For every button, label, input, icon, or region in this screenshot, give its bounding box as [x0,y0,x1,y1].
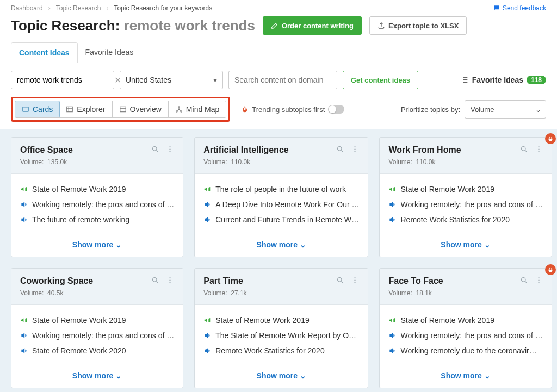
svg-point-3 [178,107,180,108]
card-menu-icon[interactable] [166,145,174,153]
headline-row[interactable]: Remote Work Statistics for 2020 [203,343,359,358]
card-search-icon[interactable] [520,276,528,284]
country-select[interactable]: United States ▾ [120,71,223,89]
headline-row[interactable]: Working remotely: the pros and cons of … [388,197,542,212]
svg-point-25 [355,282,356,283]
headline-row[interactable]: State of Remote Work 2019 [388,313,542,328]
chevron-down-icon: ⌄ [300,371,306,380]
headline-row[interactable]: State of Remote Work 2019 [388,182,542,197]
card-menu-icon[interactable] [166,276,174,284]
favorite-ideas-link[interactable]: Favorite Ideas 118 [460,76,546,84]
svg-point-14 [521,147,525,151]
card-search-icon[interactable] [151,276,159,284]
crumb-dashboard[interactable]: Dashboard [11,4,43,12]
headline-text: Remote Work Statistics for 2020 [215,346,359,355]
sitemap-icon [175,105,183,113]
headline-row[interactable]: Working remotely: the pros and cons of … [388,328,542,343]
headline-row[interactable]: The role of people in the future of work [203,182,359,197]
card-menu-icon[interactable] [535,276,543,284]
megaphone-icon [203,185,211,193]
order-content-button[interactable]: Order content writing [263,16,362,35]
prioritize-select[interactable]: Volume ⌄ [465,100,546,119]
view-mind-map[interactable]: Mind Map [169,101,226,117]
headline-text: The State of Remote Work Report by O… [215,331,359,340]
show-more-link[interactable]: Show more ⌄ [195,235,368,257]
headline-row[interactable]: Working remotely: the pros and cons of … [20,197,174,212]
headline-text: Working remotely: the pros and cons of … [32,331,174,340]
view-explorer[interactable]: Explorer [59,101,112,117]
chevron-down-icon: ⌄ [115,240,122,249]
card-title: Part Time [203,276,336,286]
view-cards[interactable]: Cards [15,101,60,118]
edit-icon [271,22,278,29]
megaphone-icon [203,316,211,324]
megaphone-icon [20,185,28,193]
headline-row[interactable]: The State of Remote Work Report by O… [203,328,359,343]
headline-row[interactable]: Working remotely due to the coronavir… [388,343,542,358]
card-menu-icon[interactable] [535,145,543,153]
card-search-icon[interactable] [336,145,344,153]
headline-row[interactable]: A Deep Dive Into Remote Work For Our … [203,197,359,212]
chevron-right-icon: › [106,4,108,12]
headline-row[interactable]: State of Remote Work 2020 [20,343,174,358]
chat-icon [493,4,500,12]
crumb-topic-research[interactable]: Topic Research [56,4,101,12]
keyword-input[interactable] [17,76,112,84]
headline-row[interactable]: Remote Work Statistics for 2020 [388,212,542,227]
link-icon [388,332,396,339]
link-icon [388,216,396,223]
headline-row[interactable]: Current and Future Trends in Remote W… [203,212,359,227]
headline-text: State of Remote Work 2019 [215,316,359,325]
megaphone-icon [388,185,396,193]
headline-row[interactable]: State of Remote Work 2019 [203,313,359,328]
headline-text: Working remotely: the pros and cons of … [400,200,542,209]
card-search-icon[interactable] [520,145,528,153]
card-menu-icon[interactable] [351,145,359,153]
chevron-down-icon: ⌄ [535,105,541,114]
domain-search-input[interactable] [228,71,337,89]
clear-keyword-icon[interactable]: ✕ [112,75,123,85]
cards-icon [22,105,29,113]
card-title: Face To Face [388,276,519,286]
svg-point-12 [355,148,356,150]
card-search-icon[interactable] [151,145,159,153]
headline-text: State of Remote Work 2019 [32,185,174,194]
headline-text: State of Remote Work 2019 [400,185,542,194]
view-switch-highlight: Cards Explorer Overview Mind Map [11,97,230,122]
show-more-link[interactable]: Show more ⌄ [195,366,368,388]
get-content-ideas-button[interactable]: Get content ideas [343,71,418,89]
headline-text: Working remotely: the pros and cons of … [32,200,174,209]
headline-row[interactable]: The future of remote working [20,212,174,227]
topic-card: Face To Face Volume: 18.1k State of Remo… [379,268,552,388]
svg-rect-2 [120,107,126,111]
show-more-link[interactable]: Show more ⌄ [380,235,551,257]
headline-text: Working remotely due to the coronavir… [400,346,542,355]
export-xlsx-button[interactable]: Export topic to XLSX [369,16,467,35]
svg-point-19 [170,277,171,278]
flame-icon [241,105,249,113]
show-more-link[interactable]: Show more ⌄ [11,366,183,388]
headline-row[interactable]: Working remotely: the pros and cons of … [20,328,174,343]
view-overview[interactable]: Overview [113,101,169,117]
export-xlsx-label: Export topic to XLSX [388,22,459,30]
order-content-label: Order content writing [282,22,354,30]
prioritize-label: Prioritize topics by: [401,105,460,114]
prioritize-value: Volume [471,105,494,114]
link-icon [203,216,211,223]
trending-toggle[interactable] [328,105,344,114]
show-more-link[interactable]: Show more ⌄ [11,235,183,257]
tab-content-ideas[interactable]: Content Ideas [11,42,78,63]
headline-row[interactable]: State of Remote Work 2019 [20,182,174,197]
send-feedback-link[interactable]: Send feedback [493,4,546,12]
card-search-icon[interactable] [336,276,344,284]
tab-favorite-ideas[interactable]: Favorite Ideas [78,42,141,63]
show-more-link[interactable]: Show more ⌄ [380,366,551,388]
country-value: United States [126,76,171,84]
trending-label: Trending subtopics first [252,105,325,114]
card-menu-icon[interactable] [351,276,359,284]
svg-point-26 [521,278,525,282]
svg-point-11 [355,146,356,147]
trending-badge [545,264,556,275]
svg-point-5 [181,111,182,112]
headline-row[interactable]: State of Remote Work 2019 [20,313,174,328]
